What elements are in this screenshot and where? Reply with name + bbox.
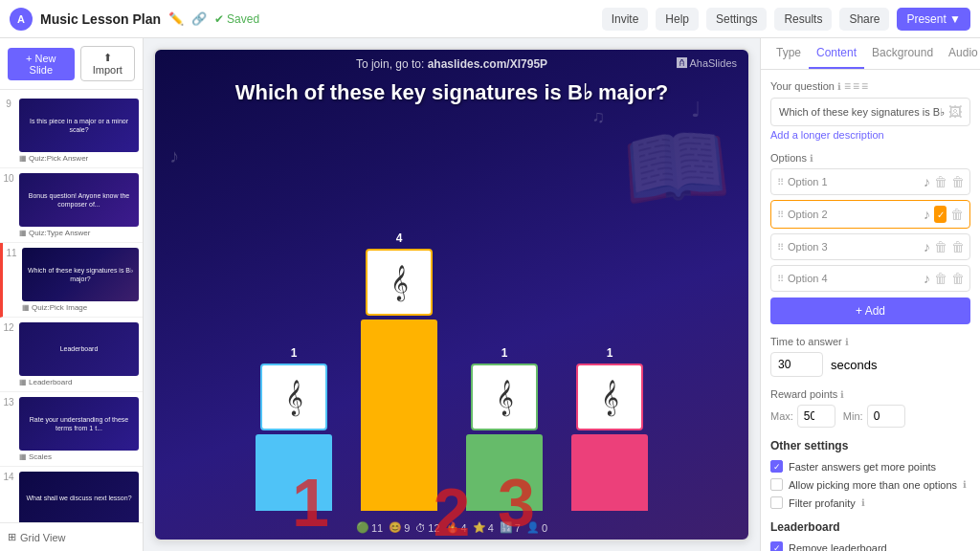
slide-thumb-text-11: Which of these key signatures is B♭ majo…: [22, 264, 139, 285]
option-remove-0[interactable]: 🗑: [951, 174, 965, 189]
faster-answers-checkbox[interactable]: ✓: [770, 460, 783, 473]
main-layout: + New Slide ⬆ Import 9 Is this piece in …: [0, 38, 980, 551]
slide-item-12[interactable]: 12 Leaderboard ▦Leaderboard: [0, 318, 143, 392]
slide-preview[interactable]: 📖 ♪ ♫ ♩ To join, go to: ahaslides.com/XI…: [153, 48, 750, 541]
profanity-info[interactable]: ℹ: [861, 497, 865, 508]
slide-item-13[interactable]: 13 Rate your understanding of these term…: [0, 392, 143, 467]
align-right-icon[interactable]: ≡: [861, 79, 868, 93]
invite-button[interactable]: Invite: [602, 8, 649, 31]
align-left-icon[interactable]: ≡: [844, 79, 851, 93]
option-remove-3[interactable]: 🗑: [951, 271, 965, 286]
options-section: Options ℹ ⠿ ♪ 🗑 🗑 ⠿ ♪ ✓ 🗑 ⠿ ♪ 🗑 🗑 ⠿ ♪: [770, 152, 970, 324]
slide-item-9[interactable]: 9 Is this piece in a major or a minor sc…: [0, 94, 143, 168]
slide-item-11[interactable]: 11 Which of these key signatures is B♭ m…: [0, 243, 143, 318]
settings-button[interactable]: Settings: [706, 8, 767, 31]
remove-leaderboard-checkbox[interactable]: ✓: [770, 541, 783, 551]
align-center-icon[interactable]: ≡: [853, 79, 859, 93]
option-input-1[interactable]: [788, 209, 920, 220]
question-input[interactable]: [779, 106, 948, 118]
time-input[interactable]: [770, 352, 823, 377]
options-info-icon[interactable]: ℹ: [810, 153, 813, 164]
option-music-icon-1[interactable]: ♪: [924, 207, 930, 222]
profanity-checkbox[interactable]: [770, 496, 783, 509]
panel-tab-type[interactable]: Type: [768, 38, 809, 69]
slide-type-9: ▦Quiz:Pick Answer: [19, 154, 139, 163]
add-option-button[interactable]: + Add: [770, 298, 970, 324]
option-music-icon-2[interactable]: ♪: [924, 239, 930, 254]
reward-min-input[interactable]: [867, 405, 905, 428]
option-input-3[interactable]: [788, 273, 920, 284]
slide-item-10[interactable]: 10 Bonus question! Anyone know the compo…: [0, 168, 143, 243]
stat-value-4: 4: [488, 522, 494, 534]
option-input-2[interactable]: [788, 241, 920, 253]
multiple-options-checkbox[interactable]: [770, 478, 783, 491]
reward-label: Reward points ℹ: [770, 388, 970, 400]
option-remove-2[interactable]: 🗑: [951, 239, 965, 254]
present-button[interactable]: Present ▼: [897, 8, 970, 31]
stat-item-3: 🔥4: [446, 521, 467, 534]
time-info-icon[interactable]: ℹ: [845, 337, 849, 347]
stat-item-6: 👤0: [526, 521, 547, 534]
clef-icon-3: 𝄞: [601, 380, 619, 415]
option-drag-0[interactable]: ⠿: [777, 177, 784, 187]
option-delete-2[interactable]: 🗑: [934, 239, 947, 254]
stat-value-0: 11: [371, 522, 383, 534]
clef-icon-2: 𝄞: [496, 380, 514, 415]
question-label: Your question ℹ ≡ ≡ ≡: [770, 79, 970, 93]
slide-thumb-11: Which of these key signatures is B♭ majo…: [20, 243, 143, 317]
panel-tab-audio[interactable]: Audio: [941, 38, 980, 69]
multiple-options-info[interactable]: ℹ: [963, 479, 967, 490]
slide-thumb-text-9: Is this piece in a major or a minor scal…: [19, 115, 139, 136]
option-drag-3[interactable]: ⠿: [777, 274, 784, 284]
bar-label-3: 1: [607, 346, 613, 360]
options-list: ⠿ ♪ 🗑 🗑 ⠿ ♪ ✓ 🗑 ⠿ ♪ 🗑 🗑 ⠿ ♪ 🗑 🗑: [770, 168, 970, 292]
bar-image-2: 𝄞: [471, 364, 538, 430]
slide-type-11: ▦Quiz:Pick Image: [22, 303, 139, 312]
import-button[interactable]: ⬆ Import: [80, 46, 135, 81]
option-check-1[interactable]: ✓: [934, 206, 947, 223]
document-title: Music Lesson Plan: [40, 11, 161, 27]
results-button[interactable]: Results: [774, 8, 832, 31]
note-decoration-2: ♫: [592, 107, 606, 127]
help-button[interactable]: Help: [656, 8, 699, 31]
clef-icon-0: 𝄞: [285, 380, 303, 415]
image-upload-icon[interactable]: 🖼: [948, 104, 962, 120]
option-delete-0[interactable]: 🗑: [934, 174, 947, 189]
grid-view-button[interactable]: ⊞ Grid View: [0, 522, 143, 551]
reward-row: Max: Min:: [770, 405, 970, 428]
option-music-icon-0[interactable]: ♪: [924, 174, 930, 189]
option-drag-2[interactable]: ⠿: [777, 242, 784, 253]
slide-item-14[interactable]: 14 What shall we discuss next lesson? ▦S…: [0, 467, 143, 522]
reward-info-icon[interactable]: ℹ: [840, 389, 844, 400]
stat-value-6: 0: [542, 522, 547, 534]
join-url-bar: To join, go to: ahaslides.com/XI795P: [356, 57, 547, 71]
reward-min-label: Min:: [843, 410, 863, 422]
option-row-3: ⠿ ♪ 🗑 🗑: [770, 265, 970, 292]
stat-icon-6: 👤: [526, 521, 540, 534]
stat-icon-2: ⏱: [415, 522, 426, 534]
remove-leaderboard-row: ✓ Remove leaderboard: [770, 541, 970, 551]
option-music-icon-3[interactable]: ♪: [924, 271, 930, 286]
add-description-link[interactable]: Add a longer description: [770, 129, 970, 141]
new-slide-button[interactable]: + New Slide: [8, 48, 75, 80]
option-delete-3[interactable]: 🗑: [934, 271, 947, 286]
leaderboard-section: Leaderboard ✓ Remove leaderboard: [770, 520, 970, 551]
edit-title-icon[interactable]: ✏️: [168, 11, 184, 26]
panel-tabs: TypeContentBackgroundAudio: [761, 38, 980, 70]
option-drag-1[interactable]: ⠿: [777, 209, 784, 220]
question-info-icon[interactable]: ℹ: [837, 81, 841, 92]
link-icon[interactable]: 🔗: [191, 11, 207, 26]
share-button[interactable]: Share: [839, 8, 889, 31]
slide-number-13: 13: [0, 392, 17, 466]
panel-tab-content[interactable]: Content: [809, 38, 864, 69]
panel-tab-background[interactable]: Background: [864, 38, 941, 69]
profanity-row: Filter profanity ℹ: [770, 496, 970, 509]
bar-image-0: 𝄞: [260, 364, 327, 430]
reward-max-input[interactable]: [797, 405, 835, 428]
faster-answers-label: Faster answers get more points: [789, 461, 936, 473]
slide-thumb-text-13: Rate your understanding of these terms f…: [19, 413, 139, 434]
stat-icon-4: ⭐: [473, 521, 486, 534]
option-input-0[interactable]: [788, 176, 920, 187]
option-remove-1[interactable]: 🗑: [950, 207, 964, 222]
slide-type-13: ▦Scales: [19, 452, 139, 461]
